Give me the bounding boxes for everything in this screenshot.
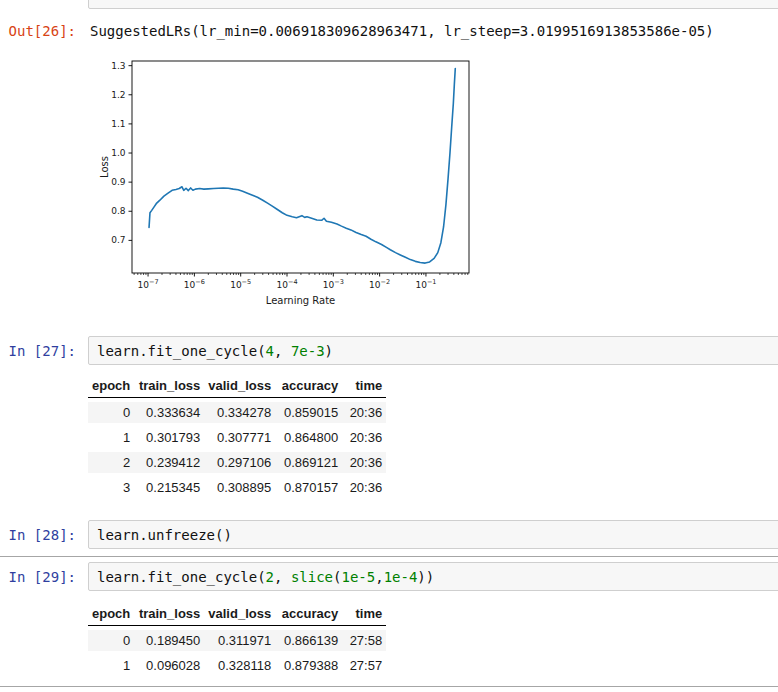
table-cell: 0.866139	[275, 630, 342, 651]
code-input-28[interactable]: learn.unfreeze()	[88, 520, 778, 549]
column-header: train_loss	[134, 605, 204, 626]
table-row: 30.2153450.3088950.87015720:36	[88, 477, 386, 498]
table-row: 10.3017930.3077710.86480020:36	[88, 427, 386, 448]
table-row: 10.0960280.3281180.87938827:57	[88, 655, 386, 676]
cell-divider	[0, 556, 778, 557]
column-header: epoch	[88, 605, 134, 626]
code-token-num: 1e-4	[384, 569, 418, 585]
previous-cell-input-fragment[interactable]	[88, 0, 778, 9]
code-input-29[interactable]: learn.fit_one_cycle(2, slice(1e-5,1e-4))	[88, 562, 778, 591]
code-input-27[interactable]: learn.fit_one_cycle(4, 7e-3)	[88, 336, 778, 365]
table-cell: 0.308895	[204, 477, 275, 498]
table-cell: 0.301793	[134, 427, 204, 448]
column-header: epoch	[88, 377, 134, 398]
table-cell: 0.311971	[204, 630, 275, 651]
table-row: 00.1894500.3119710.86613927:58	[88, 630, 386, 651]
svg-text:Loss: Loss	[99, 156, 110, 178]
table-cell: 27:57	[342, 655, 386, 676]
table-cell: 0.328118	[204, 655, 275, 676]
out-prompt-26: Out[26]:	[0, 23, 76, 40]
table-cell: 0.239412	[134, 452, 204, 473]
table-cell: 20:36	[342, 452, 386, 473]
in-prompt-29: In [29]:	[0, 569, 76, 586]
code-token-plain: learn.fit_one_cycle(	[97, 569, 266, 585]
column-header: valid_loss	[204, 377, 275, 398]
table-cell: 0	[88, 630, 134, 651]
table-cell: 0.333634	[134, 402, 204, 423]
table-cell: 0	[88, 402, 134, 423]
table-cell: 1	[88, 655, 134, 676]
table-cell: 3	[88, 477, 134, 498]
code-token-builtin: slice	[291, 569, 333, 585]
column-header: accuracy	[275, 605, 342, 626]
svg-text:10−6: 10−6	[184, 278, 205, 290]
column-header: accuracy	[275, 377, 342, 398]
svg-text:10−5: 10−5	[230, 278, 251, 290]
code-line: learn.fit_one_cycle(4, 7e-3)	[97, 343, 333, 359]
code-token-plain: learn.fit_one_cycle(	[97, 343, 266, 359]
code-token-plain: learn.unfreeze()	[97, 527, 232, 543]
column-header: valid_loss	[204, 605, 275, 626]
table-header-row: epochtrain_lossvalid_lossaccuracytime	[88, 605, 386, 626]
svg-text:1.1: 1.1	[111, 119, 125, 129]
code-token-plain: )	[325, 343, 333, 359]
svg-text:0.7: 0.7	[111, 235, 125, 245]
svg-text:0.9: 0.9	[111, 177, 126, 187]
table-cell: 0.307771	[204, 427, 275, 448]
svg-text:10−7: 10−7	[138, 278, 159, 290]
code-token-plain: ,	[375, 569, 383, 585]
code-token-plain: ,	[274, 343, 291, 359]
svg-text:1.3: 1.3	[111, 61, 125, 71]
column-header: time	[342, 377, 386, 398]
training-metrics-table-29: epochtrain_lossvalid_lossaccuracytime00.…	[88, 601, 386, 680]
table-cell: 0.334278	[204, 402, 275, 423]
svg-text:0.8: 0.8	[111, 206, 126, 216]
cell-divider	[0, 686, 778, 687]
code-token-plain: ))	[417, 569, 434, 585]
column-header: time	[342, 605, 386, 626]
table-cell: 0.859015	[275, 402, 342, 423]
code-token-num: 7e-3	[291, 343, 325, 359]
svg-text:Learning Rate: Learning Rate	[266, 295, 336, 306]
table-cell: 0.096028	[134, 655, 204, 676]
svg-text:10−2: 10−2	[369, 278, 390, 290]
table-cell: 0.879388	[275, 655, 342, 676]
svg-text:10−3: 10−3	[323, 278, 344, 290]
lr-finder-plot: 0.70.80.91.01.11.21.310−710−610−510−410−…	[98, 52, 483, 314]
in-prompt-28: In [28]:	[0, 527, 76, 544]
table-cell: 0.297106	[204, 452, 275, 473]
svg-text:10−1: 10−1	[415, 278, 436, 290]
training-metrics-table-27: epochtrain_lossvalid_lossaccuracytime00.…	[88, 373, 386, 502]
code-line: learn.unfreeze()	[97, 527, 232, 543]
table-cell: 27:58	[342, 630, 386, 651]
svg-text:10−4: 10−4	[276, 278, 297, 290]
column-header: train_loss	[134, 377, 204, 398]
code-token-num: 1e-5	[341, 569, 375, 585]
table-row: 00.3336340.3342780.85901520:36	[88, 402, 386, 423]
table-cell: 20:36	[342, 427, 386, 448]
table-cell: 0.215345	[134, 477, 204, 498]
table-cell: 20:36	[342, 402, 386, 423]
svg-text:1.2: 1.2	[111, 90, 125, 100]
table-cell: 2	[88, 452, 134, 473]
svg-text:1.0: 1.0	[111, 148, 126, 158]
table-cell: 0.869121	[275, 452, 342, 473]
table-cell: 1	[88, 427, 134, 448]
table-header-row: epochtrain_lossvalid_lossaccuracytime	[88, 377, 386, 398]
code-token-num: 4	[266, 343, 274, 359]
table-cell: 0.870157	[275, 477, 342, 498]
table-cell: 0.189450	[134, 630, 204, 651]
code-line: learn.fit_one_cycle(2, slice(1e-5,1e-4))	[97, 569, 434, 585]
table-cell: 0.864800	[275, 427, 342, 448]
table-row: 20.2394120.2971060.86912120:36	[88, 452, 386, 473]
in-prompt-27: In [27]:	[0, 343, 76, 360]
code-token-plain: ,	[274, 569, 291, 585]
table-cell: 20:36	[342, 477, 386, 498]
out-result-text: SuggestedLRs(lr_min=0.006918309628963471…	[90, 23, 714, 40]
code-token-num: 2	[266, 569, 274, 585]
